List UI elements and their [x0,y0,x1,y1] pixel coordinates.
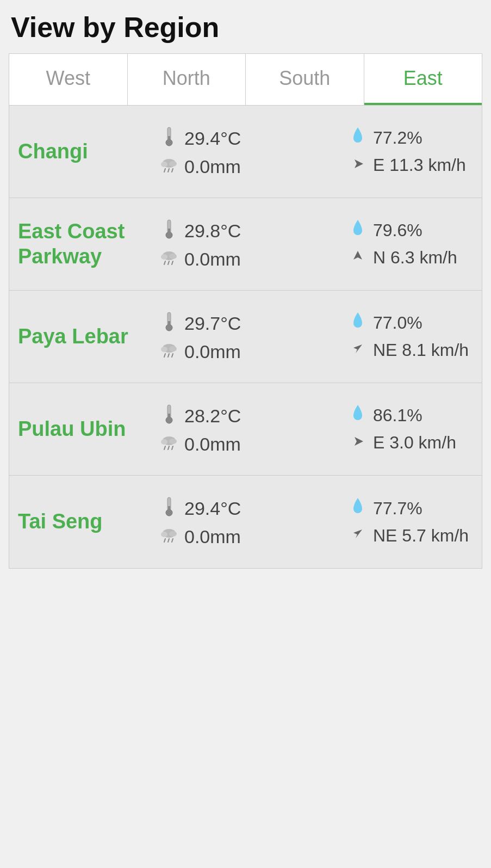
svg-point-5 [169,161,177,167]
humidity-row: 86.1% [348,404,473,427]
rain-icon [159,527,179,547]
svg-rect-12 [168,229,170,235]
temperature-value: 29.4°C [184,128,241,149]
rainfall-value: 0.0mm [184,434,241,455]
weather-metrics: 29.4°C 0.0mm [154,126,343,177]
humidity-row: 77.2% [348,126,473,150]
svg-line-36 [164,446,165,450]
temperature-row: 29.7°C [159,311,343,336]
wind-row: E 11.3 km/h [348,154,473,177]
rainfall-row: 0.0mm [159,341,343,362]
temperature-row: 29.4°C [159,496,343,521]
svg-line-38 [172,446,173,450]
droplet-icon [348,497,368,520]
svg-line-17 [168,261,169,264]
svg-point-14 [161,254,167,260]
content-area: Changi 29.4°C 0.0mm 77.2% [9,105,482,569]
tab-east[interactable]: East [364,54,482,105]
wind-direction-icon [348,433,368,454]
tab-north[interactable]: North [128,54,246,105]
wind-direction-icon [348,525,368,546]
rainfall-value: 0.0mm [184,526,241,547]
rainfall-row: 0.0mm [159,434,343,455]
svg-line-48 [172,539,173,542]
weather-metrics: 29.8°C 0.0mm [154,219,343,270]
right-metrics: 77.2% E 11.3 km/h [343,126,473,177]
svg-rect-2 [168,136,170,143]
thermometer-icon [159,126,179,151]
wind-direction-icon [348,155,368,176]
svg-line-37 [168,446,169,450]
svg-point-24 [161,347,167,352]
svg-rect-42 [168,506,170,513]
right-metrics: 86.1% E 3.0 km/h [343,404,473,454]
svg-marker-49 [353,530,362,538]
weather-metrics: 29.7°C 0.0mm [154,311,343,362]
rainfall-value: 0.0mm [184,341,241,362]
temperature-row: 28.2°C [159,404,343,428]
weather-metrics: 28.2°C 0.0mm [154,404,343,455]
humidity-value: 77.0% [373,313,422,333]
station-row: Pulau Ubin 28.2°C 0.0mm 86.1% [9,383,482,476]
svg-line-28 [172,354,173,357]
station-row: Changi 29.4°C 0.0mm 77.2% [9,106,482,198]
rainfall-row: 0.0mm [159,526,343,547]
rainfall-value: 0.0mm [184,249,241,270]
temperature-value: 28.2°C [184,405,241,427]
droplet-icon [348,311,368,335]
station-row: East Coast Parkway 29.8°C 0.0mm 79.6% [9,198,482,291]
svg-marker-29 [353,344,362,353]
tab-south[interactable]: South [246,54,364,105]
station-row: Tai Seng 29.4°C 0.0mm 77.7% [9,476,482,568]
wind-value: NE 5.7 km/h [373,525,469,547]
temperature-value: 29.8°C [184,220,241,242]
svg-marker-9 [355,159,363,168]
rain-icon [159,434,179,454]
thermometer-icon [159,311,179,336]
droplet-icon [348,219,368,242]
station-name: Tai Seng [18,509,154,534]
svg-point-34 [161,439,167,445]
thermometer-icon [159,404,179,428]
station-name: East Coast Parkway [18,219,154,269]
wind-direction-icon [348,248,368,269]
droplet-icon [348,126,368,150]
wind-row: N 6.3 km/h [348,247,473,269]
svg-point-44 [161,532,167,537]
rainfall-row: 0.0mm [159,249,343,270]
right-metrics: 79.6% N 6.3 km/h [343,219,473,269]
humidity-value: 77.2% [373,128,422,148]
svg-line-26 [164,354,165,357]
station-name: Paya Lebar [18,324,154,349]
wind-row: NE 5.7 km/h [348,525,473,547]
station-row: Paya Lebar 29.7°C 0.0mm 77.0% [9,291,482,383]
svg-point-25 [169,346,177,352]
svg-line-6 [164,169,165,172]
tab-west[interactable]: West [9,54,128,105]
rain-icon [159,342,179,362]
station-name: Changi [18,139,154,164]
humidity-row: 77.0% [348,311,473,335]
wind-direction-icon [348,340,368,361]
temperature-value: 29.7°C [184,313,241,334]
wind-row: NE 8.1 km/h [348,339,473,362]
right-metrics: 77.0% NE 8.1 km/h [343,311,473,362]
temperature-value: 29.4°C [184,498,241,519]
svg-rect-22 [168,321,170,328]
svg-point-4 [161,162,167,167]
svg-rect-32 [168,414,170,420]
rainfall-row: 0.0mm [159,156,343,177]
humidity-row: 77.7% [348,497,473,520]
temperature-row: 29.8°C [159,219,343,243]
rain-icon [159,249,179,269]
svg-line-27 [168,354,169,357]
right-metrics: 77.7% NE 5.7 km/h [343,497,473,547]
thermometer-icon [159,496,179,521]
wind-value: N 6.3 km/h [373,247,457,269]
weather-metrics: 29.4°C 0.0mm [154,496,343,547]
humidity-value: 79.6% [373,220,422,241]
droplet-icon [348,404,368,427]
humidity-row: 79.6% [348,219,473,242]
svg-point-45 [169,531,177,537]
page-title: View by Region [9,11,482,44]
